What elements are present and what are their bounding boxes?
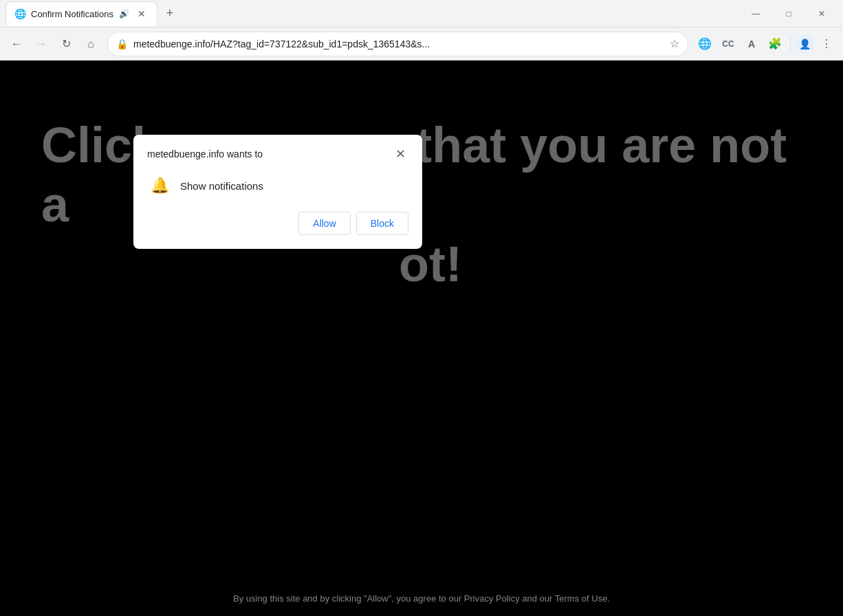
popup-actions: Allow Block [147, 212, 408, 235]
tab-title: Confirm Notifications [31, 9, 113, 19]
block-button[interactable]: Block [356, 212, 408, 235]
tab-favicon-icon: 🌐 [14, 8, 25, 19]
title-bar: 🌐 Confirm Notifications 🔊 ✕ + — □ ✕ [0, 0, 843, 28]
bookmark-star-icon[interactable]: ☆ [670, 37, 679, 50]
tab-audio-icon[interactable]: 🔊 [119, 9, 129, 19]
new-tab-button[interactable]: + [160, 4, 179, 23]
minimize-button[interactable]: — [740, 3, 771, 25]
permission-label: Show notifications [180, 180, 263, 192]
url-domain: metedbuenge.info [133, 38, 210, 50]
home-button[interactable]: ⌂ [80, 33, 102, 55]
nav-bar: ← → ↻ ⌂ 🔒 metedbuenge.info/HAZ?tag_id=73… [0, 28, 843, 60]
address-bar[interactable]: 🔒 metedbuenge.info/HAZ?tag_id=737122&sub… [107, 32, 688, 56]
toolbar-divider [790, 36, 791, 52]
toolbar-extensions: 🌐 CC A 🧩 👤 ⋮ [694, 33, 837, 55]
close-button[interactable]: ✕ [806, 3, 837, 25]
active-tab[interactable]: 🌐 Confirm Notifications 🔊 ✕ [6, 1, 157, 26]
forward-button: → [30, 33, 52, 55]
footer-text: By using this site and by clicking "Allo… [0, 593, 843, 604]
lock-icon: 🔒 [116, 38, 128, 50]
tab-close-button[interactable]: ✕ [135, 7, 149, 21]
notification-permission-popup: metedbuenge.info wants to ✕ 🔔 Show notif… [133, 135, 422, 249]
url-path: /HAZ?tag_id=737122&sub_id1=pdsk_1365143&… [210, 38, 430, 50]
allow-button[interactable]: Allow [298, 212, 350, 235]
tab-strip: 🌐 Confirm Notifications 🔊 ✕ + [6, 1, 740, 26]
extension-a-icon[interactable]: A [741, 33, 763, 55]
extension-puzzle-icon[interactable]: 🧩 [764, 33, 786, 55]
page-content: Click rm that you are not a ot! metedbue… [0, 60, 843, 616]
popup-permission-row: 🔔 Show notifications [147, 173, 408, 198]
popup-site-text: metedbuenge.info wants to [147, 148, 263, 160]
popup-close-button[interactable]: ✕ [392, 146, 408, 162]
reload-button[interactable]: ↻ [55, 33, 77, 55]
window-controls: — □ ✕ [740, 3, 837, 25]
maximize-button[interactable]: □ [773, 3, 804, 25]
back-button[interactable]: ← [6, 33, 28, 55]
menu-button[interactable]: ⋮ [815, 33, 837, 55]
popup-header: metedbuenge.info wants to ✕ [147, 146, 408, 162]
profile-button[interactable]: 👤 [795, 34, 814, 54]
bell-icon: 🔔 [147, 173, 172, 198]
extension-globe-icon[interactable]: 🌐 [694, 33, 716, 55]
extension-cc-icon[interactable]: CC [717, 33, 739, 55]
url-text: metedbuenge.info/HAZ?tag_id=737122&sub_i… [133, 38, 664, 50]
